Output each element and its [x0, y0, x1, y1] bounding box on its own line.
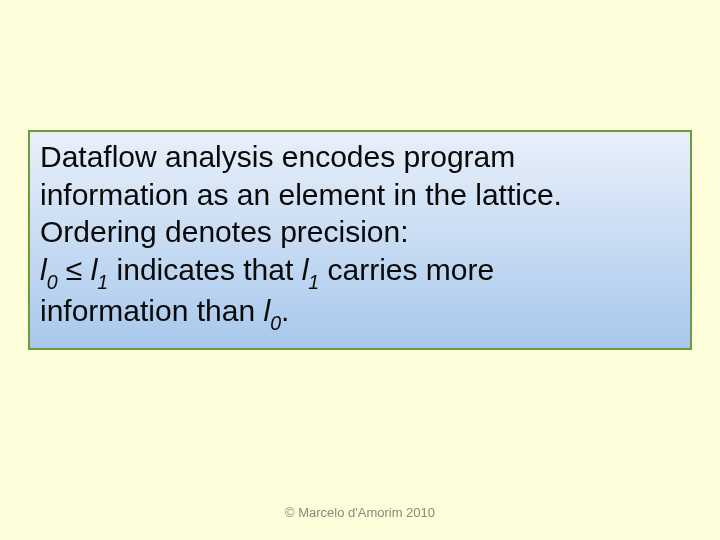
var-l1-sub: 1 — [97, 271, 108, 293]
text-line-3a: Ordering denotes precision: — [40, 215, 409, 248]
var-l0-l: l — [40, 253, 47, 286]
text-line-2: information as an element in the lattice… — [40, 178, 562, 211]
var-l0-sub: 0 — [47, 271, 58, 293]
var-l1b-sub: 1 — [308, 271, 319, 293]
text-period: . — [281, 294, 289, 327]
text-indicates: indicates that — [108, 253, 301, 286]
text-carries: carries more — [319, 253, 494, 286]
text-line-1: Dataflow analysis encodes program — [40, 140, 515, 173]
leq-symbol: ≤ — [58, 253, 91, 286]
text-line-5a: information than — [40, 294, 263, 327]
var-l0b-sub: 0 — [270, 312, 281, 334]
footer-copyright: © Marcelo d'Amorim 2010 — [0, 505, 720, 520]
content-box: Dataflow analysis encodes program inform… — [28, 130, 692, 350]
slide-body-text: Dataflow analysis encodes program inform… — [40, 138, 680, 333]
